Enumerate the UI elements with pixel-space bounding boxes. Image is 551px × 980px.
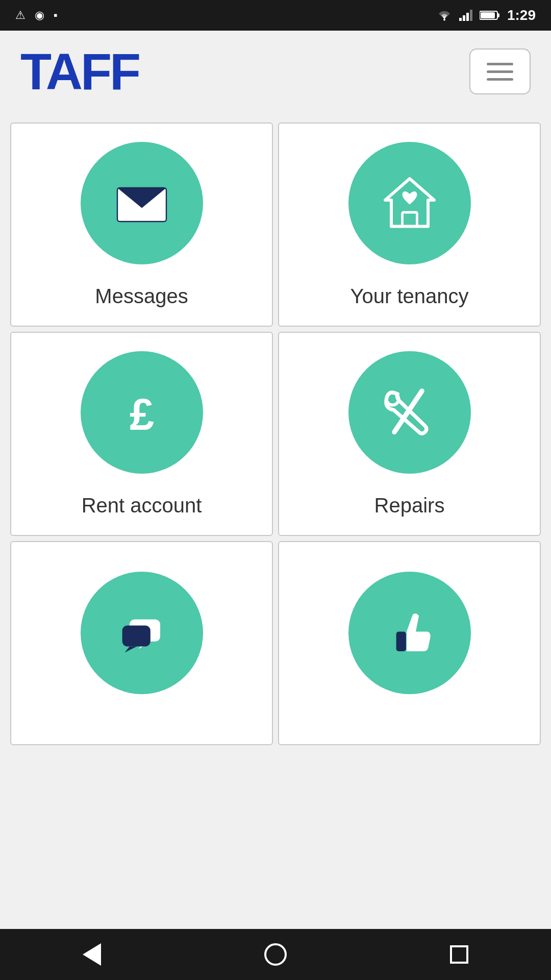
svg-rect-1 <box>459 18 462 21</box>
svg-rect-6 <box>497 13 499 17</box>
card-thumbsup[interactable] <box>278 541 541 745</box>
app-logo: TAFF <box>20 46 139 97</box>
tools-icon <box>379 382 440 443</box>
card-repairs-circle <box>348 351 471 474</box>
svg-marker-18 <box>124 646 137 652</box>
svg-rect-4 <box>470 10 472 21</box>
card-chat-circle <box>81 572 203 694</box>
svg-rect-7 <box>481 12 495 18</box>
card-tenancy-circle <box>348 142 471 264</box>
battery-icon <box>480 10 500 21</box>
card-repairs-label: Repairs <box>374 494 445 517</box>
card-rent[interactable]: £ Rent account <box>10 332 273 536</box>
svg-rect-19 <box>396 632 406 651</box>
nav-home-button[interactable] <box>255 934 296 975</box>
time-display: 1:29 <box>507 7 536 23</box>
card-messages[interactable]: Messages <box>10 122 273 327</box>
nav-back-button[interactable] <box>71 934 112 975</box>
status-icons-right: 1:29 <box>437 7 536 23</box>
menu-line-3 <box>487 78 513 81</box>
svg-point-0 <box>443 19 445 21</box>
back-icon <box>83 943 101 966</box>
svg-rect-2 <box>463 15 465 21</box>
recents-icon <box>450 945 468 964</box>
home-icon <box>264 943 287 966</box>
svg-rect-11 <box>402 212 417 227</box>
status-icons-left: ⚠ ◉ ▪ <box>15 9 58 22</box>
pound-icon: £ <box>111 382 172 443</box>
sd-icon: ▪ <box>54 9 58 22</box>
card-tenancy[interactable]: Your tenancy <box>278 122 541 327</box>
svg-rect-3 <box>466 13 469 21</box>
card-repairs[interactable]: Repairs <box>278 332 541 536</box>
menu-button[interactable] <box>469 48 531 94</box>
card-messages-circle <box>81 142 203 264</box>
menu-line-1 <box>487 63 513 65</box>
app-header: TAFF <box>0 31 551 112</box>
card-rent-label: Rent account <box>82 494 202 517</box>
card-chat[interactable] <box>10 541 273 745</box>
card-rent-circle: £ <box>81 351 203 474</box>
menu-line-2 <box>487 70 513 73</box>
bottom-nav <box>0 929 551 980</box>
card-tenancy-label: Your tenancy <box>350 285 468 308</box>
signal-icon <box>459 10 472 21</box>
house-heart-icon <box>379 173 440 234</box>
envelope-icon <box>111 173 172 234</box>
svg-text:£: £ <box>129 389 154 438</box>
card-thumbsup-circle <box>348 572 471 694</box>
warning-icon: ⚠ <box>15 9 26 22</box>
card-messages-label: Messages <box>95 285 188 308</box>
main-grid: Messages Your tenancy £ Rent account <box>0 112 551 929</box>
wifi-icon <box>437 10 452 21</box>
thumbsup-icon <box>379 602 440 664</box>
status-bar: ⚠ ◉ ▪ 1:29 <box>0 0 551 31</box>
svg-rect-17 <box>122 626 150 647</box>
chat-icon <box>111 602 172 664</box>
nav-recents-button[interactable] <box>439 934 480 975</box>
sync-icon: ◉ <box>35 9 44 22</box>
